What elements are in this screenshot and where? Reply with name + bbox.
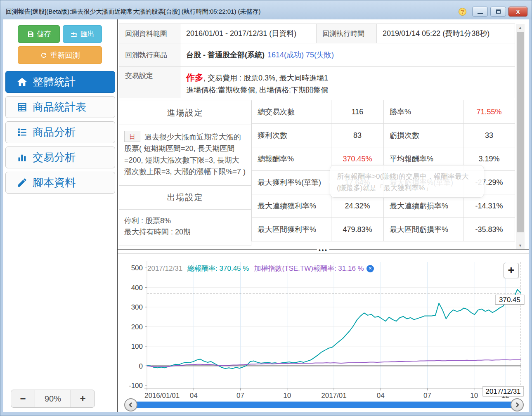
window-titlebar[interactable]: 回測報告[選股](Beta版):過去很少大漲而近期常大漲的股票[台股] (執行時… (0, 0, 532, 19)
entry-description: 過去很少大漲而近期常大漲的股票( 短期期區間=20, 長天期區間=200, 短期… (124, 133, 246, 176)
chart-legend: 2017/12/31 總報酬率: 370.45 % 加權指數(TSE.TW)報酬… (147, 264, 374, 273)
content-scrollbar[interactable]: ▲ ▼ (516, 24, 525, 249)
stat-value-win-rate: 71.55% (463, 100, 515, 124)
sidebar-item-label: 商品分析 (33, 125, 76, 139)
stat-label: 總報酬率% (252, 147, 331, 171)
close-button[interactable]: X (508, 7, 527, 17)
trade-line2: 進場價格:當期收盤價, 出場價格:下期開盤價 (186, 86, 328, 94)
pencil-icon (17, 177, 28, 188)
trade-settings-label: 交易設定 (119, 67, 180, 98)
sidebar-item-product-analysis[interactable]: 商品分析 (5, 121, 115, 143)
minimize-icon (478, 13, 483, 14)
entry-settings-header: 進場設定 (119, 101, 251, 125)
stat-label: 勝率% (384, 100, 463, 124)
sidebar-item-label: 商品統計表 (33, 100, 86, 114)
stat-value: 24.32% (331, 194, 384, 218)
rerun-button-label: 重新回測 (50, 50, 80, 60)
scroll-up-icon[interactable]: ▲ (516, 24, 525, 31)
sidebar: 儲存 匯出 重新回測 整體統計 商品統計表 商品分析 (3, 19, 118, 412)
content-area: 回測資料範圍 2016/01/01 - 2017/12/31 (日資料) 回測執… (118, 19, 529, 412)
stat-label: 總交易次數 (252, 100, 331, 124)
svg-text:500: 500 (131, 264, 143, 272)
zoom-level-value: 90% (35, 390, 71, 407)
maximize-icon (496, 9, 501, 14)
export-icon (70, 31, 78, 38)
product-label: 回測執行商品 (119, 43, 180, 67)
equity-chart-panel: 5004003002001000-1002016/01/010407102017… (118, 255, 529, 412)
sidebar-item-label: 交易分析 (33, 150, 76, 165)
stat-value: 116 (331, 100, 384, 124)
svg-text:2017/12/31: 2017/12/31 (485, 388, 520, 395)
product-name: 台股 - 普通股全部(系統) (186, 50, 265, 60)
help-icon[interactable]: ? (459, 8, 466, 16)
runtime-value: 2019/01/14 05:22 (費時1分38秒) (377, 24, 515, 43)
stat-value: -14.31% (463, 194, 515, 218)
exit-settings-header: 出場設定 (119, 185, 251, 210)
sidebar-item-label: 整體統計 (33, 75, 76, 89)
rerun-backtest-button[interactable]: 重新回測 (18, 46, 102, 64)
save-button-label: 儲存 (37, 29, 51, 39)
product-value: 台股 - 普通股全部(系統) 1614(成功) 75(失敗) (180, 43, 515, 67)
entry-exit-box: 進場設定 日過去很少大漲而近期常大漲的股票( 短期期區間=20, 長天期區間=2… (119, 101, 251, 246)
zoom-control: − 90% + (11, 390, 95, 408)
stat-value: 33 (463, 124, 515, 147)
sidebar-item-label: 腳本資料 (33, 175, 76, 190)
stat-tooltip: 所有報酬率>0(賺錢)的交易中，報酬率最大(賺最多)就是「最大獲利率%」 (330, 165, 484, 198)
stat-label: 最大區間獲利率% (252, 218, 331, 241)
entry-settings-body: 日過去很少大漲而近期常大漲的股票( 短期期區間=20, 長天期區間=200, 短… (119, 125, 251, 185)
exit-line2: 最大持有時間 : 20期 (124, 227, 246, 238)
svg-text:370.45: 370.45 (499, 296, 520, 304)
scrollbar-thumb[interactable] (517, 32, 524, 232)
hscrollbar-track[interactable] (136, 402, 512, 408)
sidebar-item-product-stats-table[interactable]: 商品統計表 (5, 96, 115, 118)
equity-curve-chart[interactable]: 5004003002001000-1002016/01/010407102017… (122, 255, 526, 400)
chevron-right-icon (514, 402, 520, 408)
sidebar-item-script-data[interactable]: 腳本資料 (5, 172, 115, 194)
svg-text:400: 400 (131, 284, 143, 292)
splitter-handle-icon[interactable]: ●●● (317, 248, 329, 252)
remove-series-icon[interactable]: ✕ (366, 265, 374, 272)
stat-label: 最大連續獲利率% (252, 194, 331, 218)
export-button[interactable]: 匯出 (63, 25, 102, 43)
sidebar-item-trade-analysis[interactable]: 交易分析 (5, 147, 115, 168)
sidebar-item-overall-stats[interactable]: 整體統計 (5, 71, 115, 93)
legend-date: 2017/12/31 (147, 265, 182, 273)
stat-value: -35.83% (463, 218, 515, 241)
window-controls: ? X (459, 7, 527, 17)
svg-text:200: 200 (131, 323, 143, 331)
stat-label: 最大連續虧損率% (384, 194, 463, 218)
frequency-badge: 日 (124, 131, 140, 142)
sidebar-nav: 整體統計 商品統計表 商品分析 交易分析 腳本資料 (3, 71, 117, 194)
exit-line1: 停利 : 股票8% (124, 215, 246, 227)
svg-text:-100: -100 (129, 382, 143, 390)
zoom-in-button[interactable]: + (71, 390, 95, 407)
scroll-right-button[interactable] (511, 398, 524, 411)
home-icon (17, 76, 28, 87)
stat-label: 獲利次數 (252, 124, 331, 147)
chart-hscrollbar (124, 398, 524, 411)
maximize-button[interactable] (490, 7, 506, 17)
bar-chart-icon (17, 152, 28, 163)
runtime-label: 回測執行時間 (317, 24, 377, 43)
trade-line1: , 交易費用 : 股票0.3%, 最大同時進場1 (203, 74, 328, 82)
panel-splitter[interactable]: ●●● (118, 249, 529, 253)
minimize-button[interactable] (472, 7, 488, 17)
svg-text:100: 100 (131, 343, 143, 350)
save-button[interactable]: 儲存 (18, 25, 60, 43)
stat-value: 83 (331, 124, 384, 147)
svg-text:0: 0 (139, 362, 143, 370)
exit-settings-body: 停利 : 股票8% 最大持有時間 : 20期 (119, 210, 251, 246)
backtest-info-table: 回測資料範圍 2016/01/01 - 2017/12/31 (日資料) 回測執… (119, 24, 515, 98)
chart-add-button[interactable]: + (504, 263, 519, 278)
scroll-left-button[interactable] (124, 398, 137, 411)
window-body: 儲存 匯出 重新回測 整體統計 商品統計表 商品分析 (3, 19, 529, 412)
trade-settings-value: 作多, 交易費用 : 股票0.3%, 最大同時進場1 進場價格:當期收盤價, 出… (180, 67, 515, 98)
range-label: 回測資料範圍 (119, 24, 180, 43)
stat-label: 最大區間虧損率% (384, 218, 463, 241)
stat-value: 479.83% (331, 218, 384, 241)
stat-label: 最大獲利率%(單筆) (252, 171, 331, 194)
product-result-link[interactable]: 1614(成功) 75(失敗) (267, 50, 334, 60)
zoom-out-button[interactable]: − (11, 390, 35, 407)
svg-text:300: 300 (131, 303, 143, 311)
scroll-down-icon[interactable]: ▼ (516, 242, 525, 249)
